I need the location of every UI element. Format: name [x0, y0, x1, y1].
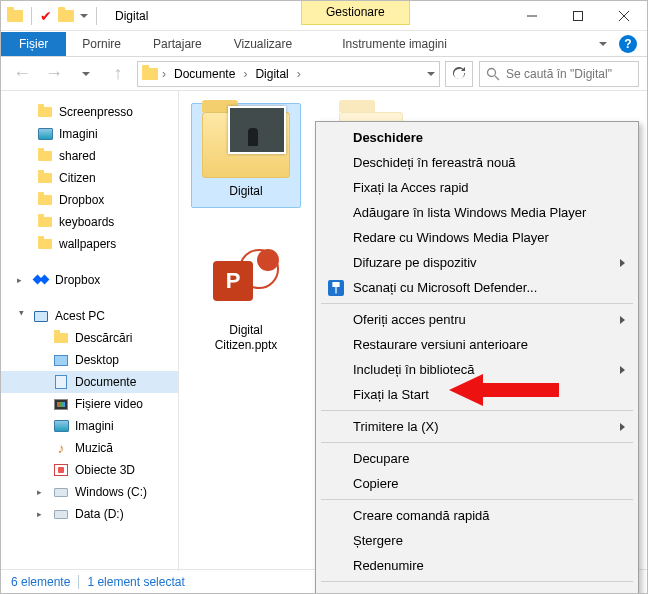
tree-item-citizen[interactable]: Citizen — [1, 167, 178, 189]
tab-view[interactable]: Vizualizare — [218, 32, 308, 56]
menu-item-copiere[interactable]: Copiere — [319, 471, 635, 496]
maximize-button[interactable] — [555, 1, 601, 31]
search-box[interactable]: Se caută în "Digital" — [479, 61, 639, 87]
tab-file[interactable]: Fișier — [1, 32, 66, 56]
tab-home[interactable]: Pornire — [66, 32, 137, 56]
menu-item-scana-i-cu-microsoft-defender-[interactable]: Scanați cu Microsoft Defender... — [319, 275, 635, 300]
menu-item-deschidere[interactable]: Deschidere — [319, 125, 635, 150]
recent-locations-button[interactable] — [73, 61, 99, 87]
tree-item-data-d-[interactable]: ▸Data (D:) — [1, 503, 178, 525]
menu-item-label: Restaurare versiuni anterioare — [353, 337, 528, 352]
minimize-button[interactable] — [509, 1, 555, 31]
menu-item-include-i-n-bibliotec-[interactable]: Includeți în bibliotecă — [319, 357, 635, 382]
qat-properties-icon[interactable]: ✔ — [40, 8, 52, 24]
menu-item-label: Creare comandă rapidă — [353, 508, 490, 523]
menu-item-fixa-i-la-start[interactable]: Fixați la Start — [319, 382, 635, 407]
menu-item-decupare[interactable]: Decupare — [319, 446, 635, 471]
folder-icon — [38, 239, 52, 249]
crumb-documents[interactable]: Documente — [170, 65, 239, 83]
tree-label: Windows (C:) — [75, 485, 147, 499]
status-count: 6 elemente — [11, 575, 70, 589]
status-selected: 1 element selectat — [87, 575, 184, 589]
menu-item--tergere[interactable]: Ștergere — [319, 528, 635, 553]
tree-item-obiecte-3d[interactable]: Obiecte 3D — [1, 459, 178, 481]
tree-label: wallpapers — [59, 237, 116, 251]
folder-icon — [38, 217, 52, 227]
drive-icon — [54, 510, 68, 519]
tab-share[interactable]: Partajare — [137, 32, 218, 56]
tree-item-wallpapers[interactable]: wallpapers — [1, 233, 178, 255]
pc-icon — [34, 311, 48, 322]
menu-item-deschide-i-n-fereastr-nou-[interactable]: Deschideți în fereastră nouă — [319, 150, 635, 175]
close-button[interactable] — [601, 1, 647, 31]
tree-item-desc-rc-ri[interactable]: Descărcări — [1, 327, 178, 349]
tree-label: Descărcări — [75, 331, 132, 345]
tree-item-fi-iere-video[interactable]: Fișiere video — [1, 393, 178, 415]
video-icon — [54, 399, 68, 410]
tree-label: Citizen — [59, 171, 96, 185]
address-folder-icon — [142, 68, 158, 80]
up-button[interactable]: ↑ — [105, 61, 131, 87]
tree-item-muzic-[interactable]: ♪Muzică — [1, 437, 178, 459]
pictures-icon — [54, 420, 69, 432]
menu-item-label: Scanați cu Microsoft Defender... — [353, 280, 537, 295]
menu-item-fixa-i-la-acces-rapid[interactable]: Fixați la Acces rapid — [319, 175, 635, 200]
tree-pc-root[interactable]: ▸ Acest PC — [1, 305, 178, 327]
address-history-icon[interactable] — [427, 72, 435, 76]
tree-label: Fișiere video — [75, 397, 143, 411]
forward-button[interactable]: → — [41, 61, 67, 87]
help-button[interactable]: ? — [619, 35, 637, 53]
folder-icon — [38, 107, 52, 117]
tree-label: Imagini — [59, 127, 98, 141]
tree-item-documente[interactable]: Documente — [1, 371, 178, 393]
menu-item-trimitere-la-x-[interactable]: Trimitere la (X) — [319, 414, 635, 439]
ribbon-tabs: Fișier Pornire Partajare Vizualizare Ins… — [1, 31, 647, 57]
menu-item-oferi-i-acces-pentru[interactable]: Oferiți acces pentru — [319, 307, 635, 332]
refresh-button[interactable] — [445, 61, 473, 87]
tree-label: Dropbox — [59, 193, 104, 207]
item-folder-digital[interactable]: Digital — [191, 103, 301, 208]
menu-item-propriet-i[interactable]: Proprietăți — [319, 585, 635, 594]
menu-item-redenumire[interactable]: Redenumire — [319, 553, 635, 578]
tree-label: Data (D:) — [75, 507, 124, 521]
ribbon-expand-icon[interactable] — [599, 42, 607, 46]
tree-dropbox-root[interactable]: ▸ Dropbox — [1, 269, 178, 291]
back-button[interactable]: ← — [9, 61, 35, 87]
tree-item-keyboards[interactable]: keyboards — [1, 211, 178, 233]
qat-newfolder-icon[interactable] — [58, 10, 74, 22]
crumb-digital[interactable]: Digital — [251, 65, 292, 83]
menu-item-label: Redare cu Windows Media Player — [353, 230, 549, 245]
tree-item-shared[interactable]: shared — [1, 145, 178, 167]
tree-item-screenpresso[interactable]: Screenpresso — [1, 101, 178, 123]
app-icon — [7, 10, 23, 22]
tree-pc-label: Acest PC — [55, 309, 105, 323]
qat-customize-icon[interactable] — [80, 14, 88, 18]
tree-item-windows-c-[interactable]: ▸Windows (C:) — [1, 481, 178, 503]
menu-item-label: Fixați la Start — [353, 387, 429, 402]
defender-shield-icon — [328, 280, 344, 296]
menu-item-label: Includeți în bibliotecă — [353, 362, 474, 377]
tree-item-dropbox[interactable]: Dropbox — [1, 189, 178, 211]
tab-picture-tools[interactable]: Instrumente imagini — [326, 32, 463, 56]
menu-item-difuzare-pe-dispozitiv[interactable]: Difuzare pe dispozitiv — [319, 250, 635, 275]
address-bar[interactable]: › Documente › Digital › — [137, 61, 440, 87]
search-icon — [486, 67, 500, 81]
menu-separator — [321, 303, 633, 304]
menu-item-label: Trimitere la (X) — [353, 419, 438, 434]
menu-item-restaurare-versiuni-anterioare[interactable]: Restaurare versiuni anterioare — [319, 332, 635, 357]
tree-item-imagini[interactable]: Imagini — [1, 123, 178, 145]
tree-item-desktop[interactable]: Desktop — [1, 349, 178, 371]
address-bar-row: ← → ↑ › Documente › Digital › Se caută î… — [1, 57, 647, 91]
tree-item-imagini[interactable]: Imagini — [1, 415, 178, 437]
downloads-icon — [54, 333, 68, 343]
window-title: Digital — [115, 9, 148, 23]
menu-item-ad-ugare-n-lista-windows-media-player[interactable]: Adăugare în lista Windows Media Player — [319, 200, 635, 225]
menu-item-label: Adăugare în lista Windows Media Player — [353, 205, 586, 220]
menu-item-redare-cu-windows-media-player[interactable]: Redare cu Windows Media Player — [319, 225, 635, 250]
search-placeholder: Se caută în "Digital" — [506, 67, 612, 81]
menu-item-creare-comand-rapid-[interactable]: Creare comandă rapidă — [319, 503, 635, 528]
svg-line-5 — [495, 76, 499, 80]
folder-icon — [202, 112, 290, 178]
menu-item-label: Fixați la Acces rapid — [353, 180, 469, 195]
item-file-pptx[interactable]: P Digital Citizen.pptx — [191, 230, 301, 362]
